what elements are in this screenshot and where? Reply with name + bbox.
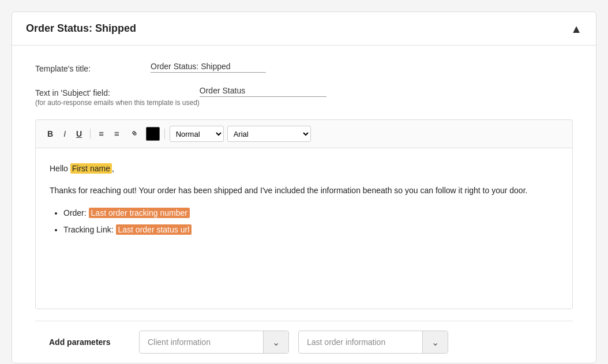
greeting-comma: , [112, 164, 114, 173]
last-order-arrow: ⌄ [422, 331, 448, 354]
client-info-placeholder: Client information [140, 337, 263, 347]
list-item-tracking: Tracking Link: Last order status url [63, 223, 558, 236]
chevron-down-icon: ⌄ [272, 337, 280, 348]
toolbar-divider-2 [164, 129, 165, 139]
params-label: Add parameters [49, 337, 130, 347]
greeting-text: Hello [50, 164, 70, 173]
bold-button[interactable]: B [44, 128, 57, 140]
color-swatch[interactable] [146, 127, 160, 141]
unordered-list-icon: ≡ [114, 129, 119, 138]
list-item-order: Order: Last order tracking number [63, 207, 558, 219]
subject-input[interactable] [200, 86, 326, 97]
order-status-panel: Order Status: Shipped ▲ Template's title… [12, 12, 596, 363]
add-parameters-section: Add parameters Client information ⌄ Last… [35, 321, 573, 363]
link-button[interactable] [126, 127, 142, 141]
font-select[interactable]: Arial Times New Roman Helvetica Courier [227, 126, 311, 142]
svg-line-0 [134, 133, 135, 134]
subject-field-row: Text in 'Subject' field: (for auto-respo… [35, 86, 573, 107]
last-order-dropdown[interactable]: Last order information ⌄ [298, 331, 448, 354]
editor-content[interactable]: Hello First name, Thanks for reaching ou… [35, 148, 573, 309]
heading-select[interactable]: Normal Heading 1 Heading 2 Heading 3 [170, 126, 224, 142]
order-tracking-tag: Last order tracking number [89, 208, 190, 218]
panel-header: Order Status: Shipped ▲ [12, 12, 596, 46]
editor-wrapper: B I U ≡ ≡ [35, 119, 573, 309]
template-title-label: Template's title: [35, 62, 151, 73]
italic-button[interactable]: I [60, 128, 69, 140]
chevron-down-icon-2: ⌄ [431, 337, 439, 348]
client-info-dropdown[interactable]: Client information ⌄ [139, 331, 289, 354]
first-name-tag: First name [70, 163, 112, 174]
toolbar-divider-1 [90, 129, 91, 139]
unordered-list-button[interactable]: ≡ [111, 127, 123, 140]
template-title-row: Template's title: Order Status: Shipped [35, 62, 573, 73]
editor-list: Order: Last order tracking number Tracki… [50, 207, 558, 236]
tracking-url-tag: Last order status url [116, 224, 192, 235]
underline-button[interactable]: U [73, 128, 85, 140]
subject-sublabel: (for auto-response emails when this temp… [35, 99, 200, 107]
last-order-placeholder: Last order information [299, 337, 422, 347]
panel-body: Template's title: Order Status: Shipped … [12, 46, 596, 363]
greeting-line: Hello First name, [50, 162, 558, 175]
tracking-prefix: Tracking Link: [63, 225, 116, 234]
editor-toolbar: B I U ≡ ≡ [35, 119, 573, 148]
body-text: Thanks for reaching out! Your order has … [50, 184, 558, 197]
client-info-arrow: ⌄ [263, 331, 288, 354]
ordered-list-button[interactable]: ≡ [95, 127, 107, 140]
order-prefix: Order: [63, 208, 89, 217]
link-icon [130, 130, 139, 140]
template-title-value: Order Status: Shipped [151, 62, 266, 73]
panel-title: Order Status: Shipped [26, 22, 136, 35]
ordered-list-icon: ≡ [99, 129, 104, 138]
subject-label: Text in 'Subject' field: (for auto-respo… [35, 86, 200, 107]
collapse-icon[interactable]: ▲ [571, 23, 582, 35]
